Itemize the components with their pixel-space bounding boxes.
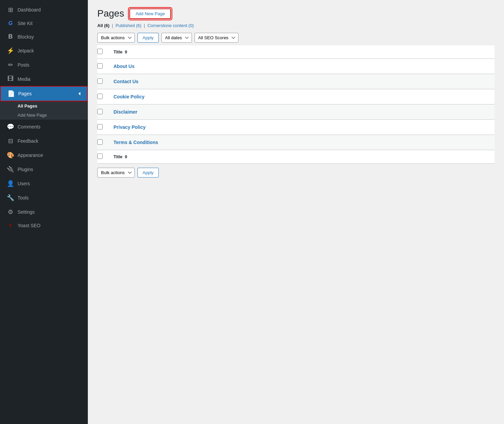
sidebar-label-users: Users [18,181,30,186]
top-toolbar: Bulk actions Apply All dates All SEO Sco… [97,33,495,43]
row-title-cell: Privacy Policy [111,120,495,135]
page-title-link-3[interactable]: Cookie Policy [114,94,145,99]
sidebar-item-sitekit[interactable]: G Site Kit [0,17,88,30]
sidebar-item-settings[interactable]: ⚙ Settings [0,205,88,219]
all-dates-select[interactable]: All dates [161,33,192,43]
sidebar-item-appearance[interactable]: 🎨 Appearance [0,148,88,162]
table-row: Contact Us [97,74,495,89]
sidebar-label-jetpack: Jetpack [18,48,34,53]
filter-all[interactable]: All (6) [97,23,109,28]
blocksy-icon: B [7,33,14,40]
tools-icon: 🔧 [7,194,14,202]
page-title-link-4[interactable]: Disclaimer [114,109,137,115]
pages-arrow-icon [78,92,80,95]
apply-button-bottom[interactable]: Apply [137,168,159,178]
bulk-actions-select-bottom[interactable]: Bulk actions [97,168,135,178]
sidebar-label-yoastseo: Yoast SEO [18,223,41,228]
pages-table-body: About Us Contact Us Cookie Policy Discla… [97,59,495,150]
sidebar-label-blocksy: Blocksy [18,34,34,40]
footer-checkbox-cell [97,150,111,164]
sidebar-item-dashboard[interactable]: ⊞ Dashboard [0,3,88,17]
table-header-row: Title [97,45,495,59]
sidebar-item-plugins[interactable]: 🔌 Plugins [0,162,88,176]
all-seo-scores-select[interactable]: All SEO Scores [195,33,238,43]
sidebar-item-users[interactable]: 👤 Users [0,176,88,191]
sidebar-item-blocksy[interactable]: B Blocksy [0,30,88,44]
feedback-icon: ⊟ [7,137,14,145]
sidebar-label-tools: Tools [18,195,29,201]
sidebar-item-media[interactable]: 🎞 Media [0,72,88,86]
pages-table: Title About Us [97,45,495,164]
header-title-cell: Title [111,45,495,59]
row-title-cell: About Us [111,59,495,74]
sort-down-footer-icon [125,157,127,159]
header-checkbox-cell [97,45,111,59]
row-checkbox-3[interactable] [97,94,103,99]
sidebar-label-sitekit: Site Kit [18,21,32,26]
page-title-link-1[interactable]: About Us [114,64,134,69]
sidebar-item-tools[interactable]: 🔧 Tools [0,191,88,205]
table-row: Disclaimer [97,104,495,120]
submenu-add-new-page[interactable]: Add New Page [0,111,88,120]
sidebar-item-feedback[interactable]: ⊟ Feedback [0,134,88,148]
row-title-cell: Contact Us [111,74,495,89]
table-footer-title-row: Title [97,150,495,164]
apply-button-top[interactable]: Apply [137,33,159,43]
sidebar: ⊞ Dashboard G Site Kit B Blocksy ⚡ Jetpa… [0,0,88,424]
settings-icon: ⚙ [7,208,14,216]
pages-submenu: All Pages Add New Page [0,101,88,120]
page-title-link-2[interactable]: Contact Us [114,79,138,84]
posts-icon: ✏ [7,61,14,69]
users-icon: 👤 [7,180,14,187]
sidebar-item-comments[interactable]: 💬 Comments [0,120,88,134]
row-checkbox-1[interactable] [97,63,103,69]
sidebar-label-feedback: Feedback [18,138,38,144]
table-row: About Us [97,59,495,74]
filter-published[interactable]: Published (6) [116,23,142,28]
row-checkbox-4[interactable] [97,109,103,114]
select-all-checkbox[interactable] [97,49,103,54]
title-column-label: Title [114,49,123,54]
bottom-toolbar: Bulk actions Apply [97,168,495,178]
appearance-icon: 🎨 [7,151,14,159]
row-checkbox-cell [97,120,111,135]
row-checkbox-cell [97,104,111,120]
row-checkbox-6[interactable] [97,139,103,145]
filter-cornerstone[interactable]: Cornerstone content (0) [147,23,194,28]
sidebar-label-dashboard: Dashboard [18,7,41,13]
page-title-link-5[interactable]: Privacy Policy [114,124,146,130]
pages-icon: 📄 [7,90,15,97]
row-checkbox-5[interactable] [97,124,103,129]
submenu-all-pages[interactable]: All Pages [0,101,88,111]
sidebar-label-media: Media [18,76,30,82]
sidebar-item-posts[interactable]: ✏ Posts [0,58,88,72]
jetpack-icon: ⚡ [7,47,14,54]
main-content: Pages Add New Page All (6) | Published (… [88,0,504,424]
sort-up-footer-icon [125,155,127,157]
filter-tabs: All (6) | Published (6) | Cornerstone co… [97,23,495,28]
row-checkbox-cell [97,59,111,74]
sidebar-label-appearance: Appearance [18,152,43,158]
sort-arrows-footer-icon [125,155,127,159]
page-header: Pages Add New Page [97,8,495,19]
add-new-page-button[interactable]: Add New Page [129,8,171,19]
dashboard-icon: ⊞ [7,6,14,14]
sidebar-label-settings: Settings [18,209,35,215]
row-title-cell: Cookie Policy [111,89,495,104]
sort-up-icon [125,50,127,52]
bulk-actions-select-top[interactable]: Bulk actions [97,33,135,43]
sidebar-item-yoastseo[interactable]: Y Yoast SEO [0,219,88,232]
sidebar-item-jetpack[interactable]: ⚡ Jetpack [0,44,88,58]
media-icon: 🎞 [7,75,14,83]
sidebar-nav: ⊞ Dashboard G Site Kit B Blocksy ⚡ Jetpa… [0,0,88,424]
select-all-checkbox-bottom[interactable] [97,154,103,159]
row-title-cell: Disclaimer [111,104,495,120]
row-checkbox-2[interactable] [97,78,103,84]
table-row: Cookie Policy [97,89,495,104]
page-title-link-6[interactable]: Terms & Conditions [114,140,158,145]
row-checkbox-cell [97,74,111,89]
table-row: Terms & Conditions [97,135,495,150]
sidebar-item-pages[interactable]: 📄 Pages [0,86,88,101]
title-footer-label: Title [114,154,123,159]
sitekit-icon: G [7,20,14,26]
